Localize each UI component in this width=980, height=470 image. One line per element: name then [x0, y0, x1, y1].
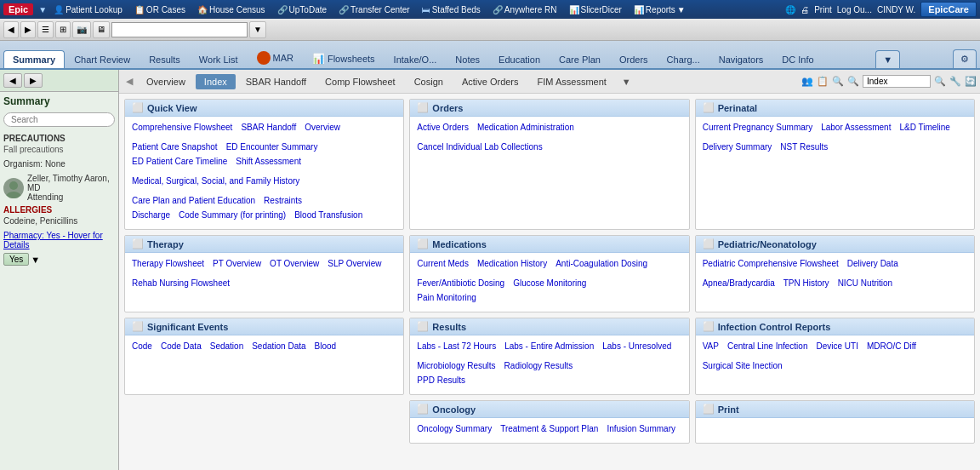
link-medication-history[interactable]: Medication History	[477, 258, 547, 269]
link-labs-unresolved[interactable]: Labs - Unresolved	[602, 341, 671, 352]
sub-tab-comp-flowsheet[interactable]: Comp Flowsheet	[316, 74, 404, 89]
link-mdro[interactable]: MDRO/C Diff	[867, 341, 916, 352]
link-medication-administration[interactable]: Medication Administration	[477, 122, 574, 133]
sub-tab-refresh-icon[interactable]: 🔄	[965, 76, 977, 87]
link-ot-overview[interactable]: OT Overview	[270, 258, 319, 269]
globe-icon[interactable]: 🌐	[785, 5, 795, 14]
link-tpn-history[interactable]: TPN History	[783, 278, 829, 289]
link-blood-transfusion[interactable]: Blood Transfusion	[294, 209, 362, 221]
monitor-button[interactable]: 🖥	[93, 21, 110, 38]
link-code-summary[interactable]: Code Summary (for printing)	[179, 209, 286, 221]
sidebar-search-input[interactable]	[3, 112, 115, 127]
toolbar-search-input[interactable]	[111, 22, 248, 37]
search-icon[interactable]: 🔍	[832, 76, 844, 87]
sub-tab-nav-back[interactable]: ◀	[122, 73, 136, 89]
tab-expand-button[interactable]: ⚙	[953, 49, 977, 68]
link-overview[interactable]: Overview	[305, 122, 340, 133]
link-labs-72[interactable]: Labs - Last 72 Hours	[417, 341, 496, 352]
sub-tab-fim-assessment[interactable]: FIM Assessment	[529, 74, 615, 89]
tab-more-button[interactable]: ▼	[875, 50, 900, 68]
sub-tab-sbar[interactable]: SBAR Handoff	[237, 74, 315, 89]
link-sedation-data[interactable]: Sedation Data	[252, 341, 305, 352]
epic-logo[interactable]: Epic	[3, 3, 33, 15]
nav-staffed-beds[interactable]: 🛏 Staffed Beds	[417, 4, 486, 15]
link-nicu-nutrition[interactable]: NICU Nutrition	[838, 278, 892, 289]
link-surgical-site[interactable]: Surgical Site Inection	[703, 360, 783, 371]
link-therapy-flowsheet[interactable]: Therapy Flowsheet	[132, 258, 204, 269]
tab-charg[interactable]: Charg...	[658, 50, 709, 68]
sub-tab-index[interactable]: Index	[196, 74, 236, 89]
link-labor-assessment[interactable]: Labor Assessment	[821, 122, 891, 133]
link-oncology-summary[interactable]: Oncology Summary	[417, 423, 492, 434]
sub-tab-more-button[interactable]: ▼	[618, 75, 635, 89]
tab-chart-review[interactable]: Chart Review	[65, 50, 140, 68]
link-vap[interactable]: VAP	[703, 341, 719, 352]
tab-notes[interactable]: Notes	[446, 50, 489, 68]
link-ppd-results[interactable]: PPD Results	[417, 375, 465, 386]
pharmacy-link[interactable]: Pharmacy: Yes - Hover for Details	[3, 231, 115, 249]
logout-label[interactable]: Log Ou...	[837, 5, 872, 14]
link-apnea[interactable]: Apnea/Bradycardia	[703, 278, 775, 289]
nav-transfer-center[interactable]: 🔗 Transfer Center	[333, 4, 415, 15]
sidebar-forward-button[interactable]: ▶	[24, 73, 43, 88]
yes-dropdown-arrow[interactable]: ▼	[31, 255, 40, 265]
list-view-button[interactable]: ☰	[37, 21, 54, 38]
link-patient-care-snapshot[interactable]: Patient Care Snapshot	[132, 141, 218, 152]
link-pt-overview[interactable]: PT Overview	[213, 258, 261, 269]
grid-view-button[interactable]: ⊞	[55, 21, 71, 38]
link-current-pregnancy[interactable]: Current Pregnancy Summary	[703, 122, 813, 133]
tab-care-plan[interactable]: Care Plan	[550, 50, 610, 68]
tab-flowsheets[interactable]: 📊 Flowsheets	[303, 49, 385, 68]
sub-tab-wrench-icon[interactable]: 🔧	[949, 76, 961, 87]
tab-mar[interactable]: MAR	[248, 47, 303, 68]
link-restraints[interactable]: Restraints	[264, 195, 302, 206]
tab-intake[interactable]: Intake/O...	[385, 50, 447, 68]
link-treatment-support[interactable]: Treatment & Support Plan	[500, 423, 598, 434]
link-infusion-summary[interactable]: Infusion Summary	[607, 423, 675, 434]
link-device-uti[interactable]: Device UTI	[816, 341, 858, 352]
nav-anywhere-rn[interactable]: 🔗 Anywhere RN	[487, 4, 562, 15]
link-ed-encounter-summary[interactable]: ED Encounter Summary	[226, 141, 318, 152]
link-discharge[interactable]: Discharge	[132, 209, 170, 221]
link-ld-timeline[interactable]: L&D Timeline	[899, 122, 949, 133]
tab-summary[interactable]: Summary	[3, 50, 65, 68]
nav-uptodate[interactable]: 🔗 UpToDate	[272, 4, 332, 15]
sub-tab-search-input[interactable]	[863, 75, 931, 88]
link-glucose-monitoring[interactable]: Glucose Monitoring	[513, 278, 586, 289]
sidebar-back-button[interactable]: ◀	[3, 73, 22, 88]
link-cancel-lab[interactable]: Cancel Individual Lab Collections	[417, 141, 542, 152]
link-central-line[interactable]: Central Line Infection	[727, 341, 808, 352]
link-microbiology[interactable]: Microbiology Results	[417, 360, 495, 371]
tab-work-list[interactable]: Work List	[190, 50, 248, 68]
tab-dc-info[interactable]: DC Info	[772, 50, 823, 68]
tab-navigators[interactable]: Navigators	[709, 50, 773, 68]
link-nst-results[interactable]: NST Results	[780, 141, 828, 152]
search-go-icon[interactable]: 🔍	[934, 76, 946, 87]
copy-icon[interactable]: 📋	[817, 76, 829, 87]
link-sedation[interactable]: Sedation	[210, 341, 243, 352]
link-medical-surgical[interactable]: Medical, Surgical, Social, and Family Hi…	[132, 175, 299, 186]
forward-button[interactable]: ▶	[20, 21, 36, 38]
link-code-data[interactable]: Code Data	[161, 341, 202, 352]
camera-button[interactable]: 📷	[72, 21, 91, 38]
link-shift-assessment[interactable]: Shift Assessment	[236, 156, 301, 167]
link-pain-monitoring[interactable]: Pain Monitoring	[417, 292, 476, 303]
link-anti-coag[interactable]: Anti-Coagulation Dosing	[556, 258, 647, 269]
link-rehab-nursing[interactable]: Rehab Nursing Flowsheet	[132, 278, 230, 289]
sub-tab-overview[interactable]: Overview	[138, 74, 194, 89]
link-current-meds[interactable]: Current Meds	[417, 258, 469, 269]
epiccare-button[interactable]: EpicCare	[920, 2, 977, 17]
print-icon[interactable]: 🖨	[801, 5, 809, 14]
link-fever-antibiotic[interactable]: Fever/Antibiotic Dosing	[417, 278, 504, 289]
yes-button[interactable]: Yes	[3, 253, 29, 266]
link-care-plan-patient-ed[interactable]: Care Plan and Patient Education	[132, 195, 255, 206]
tab-orders[interactable]: Orders	[610, 50, 658, 68]
people-icon[interactable]: 👥	[801, 76, 813, 87]
print-label[interactable]: Print	[814, 5, 832, 14]
tab-results[interactable]: Results	[140, 50, 190, 68]
tab-education[interactable]: Education	[489, 50, 550, 68]
link-ed-patient-care-timeline[interactable]: ED Patient Care Timeline	[132, 156, 227, 167]
link-pediatric-comprehensive[interactable]: Pediatric Comprehensive Flowsheet	[703, 258, 839, 269]
link-delivery-data[interactable]: Delivery Data	[847, 258, 898, 269]
back-button[interactable]: ◀	[3, 21, 19, 38]
